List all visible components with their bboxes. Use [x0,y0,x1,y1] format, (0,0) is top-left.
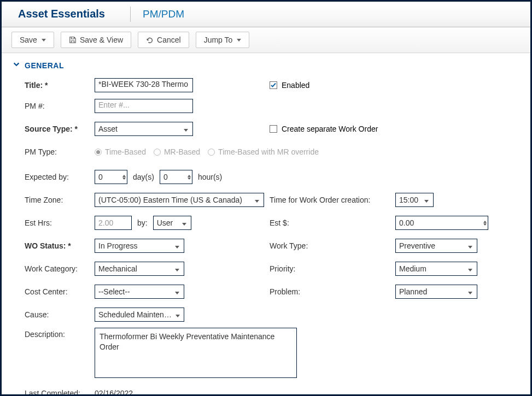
work-type-select[interactable]: Preventive [395,239,477,253]
radio-dot-icon [208,149,215,156]
caret-down-icon [173,264,182,273]
expected-hours-spinner[interactable]: 0 [160,170,192,184]
expected-days-value: 0 [98,173,103,181]
form-body: GENERAL Title: * *BI-WEEK 730-28 Thermo … [2,52,530,394]
est-dollars-input[interactable]: 0.00 [395,216,488,230]
cause-value: Scheduled Maintenance [98,310,173,319]
caret-down-icon [253,196,261,204]
save-icon [69,36,77,44]
radio-dot-icon [95,149,102,156]
est-dollars-value: 0.00 [399,218,414,227]
est-hrs-by-select[interactable]: User [153,216,191,230]
spinner-buttons-icon [122,175,126,180]
section-title: GENERAL [25,61,64,70]
cancel-button[interactable]: Cancel [138,32,189,48]
caret-down-icon [466,241,475,250]
time-for-wo-value: 15:00 [399,196,418,204]
caret-down-icon [422,196,431,204]
est-hrs-input[interactable]: 2.00 [95,216,132,230]
title-input[interactable]: *BI-WEEK 730-28 Thermo [95,78,193,92]
label-work-type: Work Type: [270,241,395,250]
label-time-zone: Time Zone: [25,196,95,204]
label-priority: Priority: [270,264,395,273]
label-cause: Cause: [25,310,95,319]
pm-type-time-mr-override[interactable]: Time-Based with MR override [208,147,319,156]
save-view-button[interactable]: Save & View [61,32,131,48]
app-title: Asset Essentials [18,8,105,20]
priority-value: Medium [399,264,426,273]
pm-number-input[interactable]: Enter #... [95,99,193,113]
problem-select[interactable]: Planned [395,285,477,299]
problem-value: Planned [399,287,427,296]
chevron-down-icon [13,61,20,70]
label-pm-type: PM Type: [25,147,95,156]
hours-unit: hour(s) [196,173,224,181]
label-est-hrs: Est Hrs: [25,218,95,227]
section-general-header[interactable]: GENERAL [13,61,530,70]
enabled-label: Enabled [282,81,309,90]
pm-type-opt-2: Time-Based with MR override [218,147,319,156]
cost-center-value: --Select-- [98,287,130,296]
header-separator [130,7,131,22]
create-separate-wo-checkbox[interactable] [270,125,277,133]
label-problem: Problem: [270,287,395,296]
label-by: by: [135,218,150,227]
label-last-completed: Last Completed: [25,389,95,394]
label-wo-status: WO Status: * [25,241,95,250]
radio-dot-icon [154,149,161,156]
source-type-select[interactable]: Asset [95,122,193,136]
label-est-dollars: Est $: [270,218,395,227]
pm-type-mr-based[interactable]: MR-Based [154,147,200,156]
breadcrumb: PM/PDM [143,8,184,20]
toolbar: Save Save & View Cancel Jump To [2,27,530,53]
wo-status-value: In Progress [98,241,138,250]
pm-type-opt-0: Time-Based [105,147,146,156]
caret-down-icon [180,218,189,227]
label-expected-by: Expected by: [25,173,95,181]
description-textarea[interactable]: Thermoformer Bi Weekly Preventative Main… [95,328,297,378]
last-completed-value: 02/16/2022 [95,389,133,394]
wo-status-select[interactable]: In Progress [95,239,184,253]
spinner-buttons-icon [483,221,487,226]
expected-days-spinner[interactable]: 0 [95,170,127,184]
caret-down-icon [173,287,182,296]
cause-select[interactable]: Scheduled Maintenance [95,308,184,322]
caret-down-icon [173,310,182,319]
label-source-type: Source Type: * [25,125,95,133]
caret-down-icon [182,125,190,133]
enabled-checkbox[interactable] [270,81,277,89]
time-zone-select[interactable]: (UTC-05:00) Eastern Time (US & Canada) [95,193,264,207]
app-frame: Asset Essentials PM/PDM Save Save & View… [0,0,532,396]
work-category-select[interactable]: Mechanical [95,262,184,276]
label-work-category: Work Category: [25,264,95,273]
general-form: Title: * *BI-WEEK 730-28 Thermo Enabled … [25,75,530,394]
caret-down-icon [173,241,182,250]
jump-to-button[interactable]: Jump To [196,32,250,48]
save-view-label: Save & View [80,36,123,44]
source-type-value: Asset [98,125,118,133]
save-button[interactable]: Save [11,32,54,48]
time-for-wo-select[interactable]: 15:00 [395,193,434,207]
days-unit: day(s) [131,173,156,181]
save-label: Save [20,36,37,44]
est-hrs-by-value: User [157,218,173,227]
cancel-label: Cancel [157,36,181,44]
jump-to-label: Jump To [204,36,233,44]
pm-type-time-based[interactable]: Time-Based [95,147,146,156]
create-separate-wo-label: Create separate Work Order [282,125,378,133]
caret-down-icon [466,287,475,296]
pm-type-radio-group: Time-Based MR-Based Time-Based with MR o… [95,147,319,156]
label-cost-center: Cost Center: [25,287,95,296]
label-pm-number: PM #: [25,102,95,110]
cost-center-select[interactable]: --Select-- [95,285,184,299]
spinner-buttons-icon [188,175,191,180]
priority-select[interactable]: Medium [395,262,477,276]
work-category-value: Mechanical [98,264,137,273]
app-header: Asset Essentials PM/PDM [2,2,530,27]
undo-icon [146,36,154,44]
caret-down-icon [42,39,46,42]
label-description: Description: [25,328,95,339]
work-type-value: Preventive [399,241,435,250]
caret-down-icon [466,264,475,273]
label-time-for-wo: Time for Work Order creation: [270,196,395,204]
